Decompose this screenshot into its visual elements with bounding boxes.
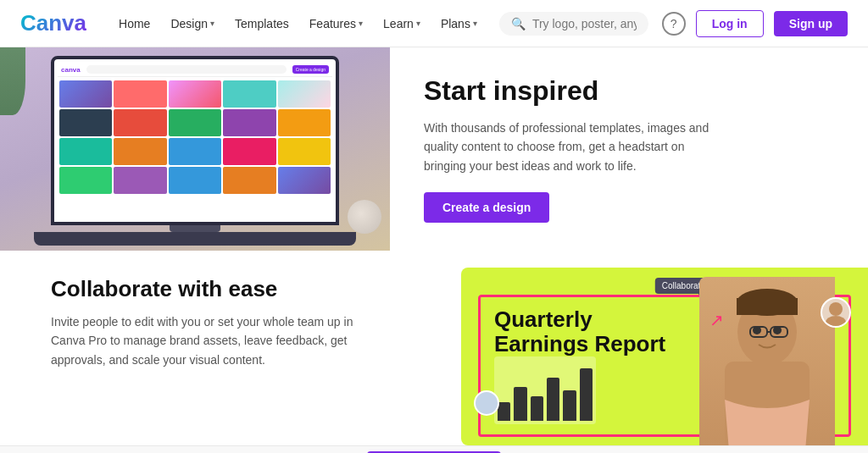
template-card bbox=[114, 167, 166, 194]
logo-text: Canva bbox=[20, 10, 86, 36]
canvas-ui-preview: canva Create a design bbox=[54, 59, 336, 222]
nav-templates[interactable]: Templates bbox=[226, 12, 298, 36]
svg-point-10 bbox=[826, 316, 846, 326]
search-bar[interactable]: 🔍 bbox=[499, 12, 648, 36]
chevron-down-icon: ▾ bbox=[210, 19, 214, 28]
chart-bar bbox=[547, 378, 559, 420]
collaborate-image: Collaborate with ease Quarterly Earnings… bbox=[461, 268, 868, 445]
template-card bbox=[169, 138, 221, 165]
avatar1-svg bbox=[822, 299, 849, 326]
laptop-screen: canva Create a design bbox=[51, 56, 339, 225]
section-collaborate: Collaborate with ease Invite people to e… bbox=[0, 251, 868, 445]
canvas-template-grid bbox=[58, 79, 332, 196]
section1-text-block: Start inspired With thousands of profess… bbox=[424, 75, 817, 223]
svg-rect-8 bbox=[737, 298, 798, 315]
laptop-image: canva Create a design bbox=[0, 47, 390, 251]
canvas-header: canva Create a design bbox=[58, 63, 332, 77]
canvas-mini-create-btn: Create a design bbox=[292, 65, 329, 74]
template-card bbox=[278, 109, 331, 136]
template-card bbox=[223, 167, 275, 194]
search-input[interactable] bbox=[532, 17, 637, 30]
laptop-base bbox=[34, 232, 356, 246]
template-card bbox=[223, 109, 275, 136]
login-button[interactable]: Log in bbox=[696, 10, 764, 37]
help-button[interactable]: ? bbox=[662, 12, 686, 36]
create-design-button[interactable]: Create a design bbox=[424, 192, 549, 223]
search-icon: 🔍 bbox=[511, 17, 526, 30]
section1-title: Start inspired bbox=[424, 75, 817, 107]
section2-description: Invite people to edit with you or set yo… bbox=[51, 312, 373, 369]
arrow-icon: ↗ bbox=[709, 310, 724, 330]
bottom-bar: Start designing bbox=[0, 445, 868, 453]
laptop-mockup: canva Create a design bbox=[34, 56, 356, 251]
template-card bbox=[114, 138, 166, 165]
plant-decoration bbox=[0, 47, 25, 115]
section-start-inspired: canva Create a design bbox=[0, 47, 868, 251]
chevron-down-icon: ▾ bbox=[416, 19, 420, 28]
template-card bbox=[278, 138, 331, 165]
nav-links: Home Design ▾ Templates Features ▾ Learn… bbox=[110, 12, 486, 36]
avatar2 bbox=[474, 390, 499, 416]
avatar1 bbox=[821, 297, 851, 328]
chevron-down-icon: ▾ bbox=[359, 19, 363, 28]
template-card bbox=[114, 80, 166, 108]
person-image bbox=[699, 277, 835, 445]
chart-bar bbox=[498, 402, 510, 421]
template-card bbox=[59, 138, 112, 165]
template-card bbox=[169, 167, 221, 194]
chevron-down-icon: ▾ bbox=[473, 19, 477, 28]
template-card bbox=[59, 109, 112, 136]
chart-bar bbox=[514, 387, 526, 421]
slide-text: Quarterly Earnings Report bbox=[494, 307, 691, 423]
nav-features[interactable]: Features ▾ bbox=[301, 12, 371, 36]
chart-bar bbox=[531, 396, 543, 421]
laptop-notch bbox=[170, 225, 220, 232]
nav-plans[interactable]: Plans ▾ bbox=[432, 12, 486, 36]
template-card bbox=[169, 80, 221, 108]
collab-slide: Quarterly Earnings Report bbox=[478, 295, 851, 437]
svg-point-9 bbox=[829, 302, 843, 316]
template-card bbox=[59, 80, 112, 108]
signup-button[interactable]: Sign up bbox=[774, 11, 848, 36]
template-card bbox=[278, 167, 331, 194]
template-card bbox=[223, 138, 275, 165]
template-card bbox=[223, 80, 275, 108]
section2-title: Collaborate with ease bbox=[51, 276, 427, 302]
template-card bbox=[114, 109, 166, 136]
earnings-chart bbox=[494, 356, 596, 424]
slide-title-line2: Earnings Report bbox=[494, 332, 691, 356]
person-svg bbox=[708, 281, 826, 445]
section2-text-block: Collaborate with ease Invite people to e… bbox=[51, 268, 427, 369]
navbar: Canva Home Design ▾ Templates Features ▾… bbox=[0, 0, 868, 47]
nav-right: ? Log in Sign up bbox=[662, 10, 848, 37]
canvas-mini-logo: canva bbox=[61, 66, 81, 74]
nav-home[interactable]: Home bbox=[110, 12, 159, 36]
logo[interactable]: Canva bbox=[20, 10, 86, 36]
nav-design[interactable]: Design ▾ bbox=[162, 12, 223, 36]
canvas-mini-search bbox=[86, 65, 287, 74]
template-card bbox=[169, 109, 221, 136]
chart-bar bbox=[563, 390, 576, 421]
chart-bar bbox=[580, 368, 593, 420]
template-card bbox=[278, 80, 331, 108]
template-card bbox=[59, 167, 112, 194]
slide-title-line1: Quarterly bbox=[494, 307, 691, 332]
nav-learn[interactable]: Learn ▾ bbox=[375, 12, 429, 36]
section1-description: With thousands of professional templates… bbox=[424, 119, 729, 175]
